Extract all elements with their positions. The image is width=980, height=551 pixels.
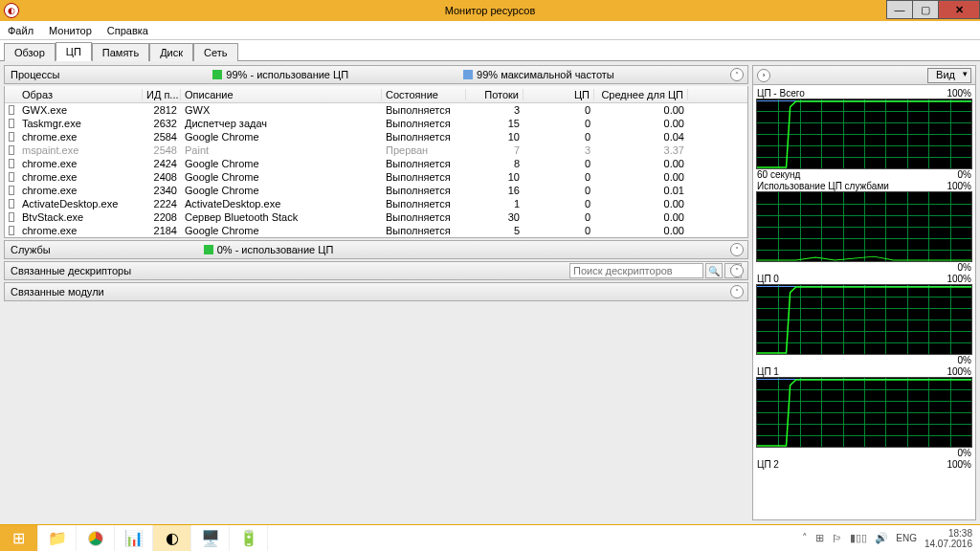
chart-canvas xyxy=(756,99,972,169)
chart-title: ЦП - Всего xyxy=(757,88,805,99)
tray-flag-icon[interactable]: 🏳 xyxy=(832,533,842,544)
tab-memory[interactable]: Память xyxy=(92,43,149,61)
tray-up-icon[interactable]: ˄ xyxy=(802,532,808,544)
chart-title: ЦП 0 xyxy=(757,274,779,284)
col-cpu[interactable]: ЦП xyxy=(523,89,594,100)
col-avg[interactable]: Среднее для ЦП xyxy=(594,89,688,100)
tray-clock[interactable]: 18:38 14.07.2016 xyxy=(924,528,972,549)
chart-max: 100% xyxy=(947,274,971,284)
table-row[interactable]: ActivateDesktop.exe2224ActivateDesktop.e… xyxy=(5,197,747,210)
row-checkbox[interactable] xyxy=(5,186,18,195)
expand-handles-icon[interactable]: ˅ xyxy=(730,264,744,277)
row-checkbox[interactable] xyxy=(5,226,18,235)
row-checkbox[interactable] xyxy=(5,212,18,222)
close-button[interactable]: ✕ xyxy=(938,0,980,19)
tray-date: 14.07.2016 xyxy=(924,539,972,549)
table-row[interactable]: chrome.exe2340Google Chrome Выполняется1… xyxy=(5,184,747,197)
menu-monitor[interactable]: Монитор xyxy=(41,23,100,38)
col-state[interactable]: Состояние xyxy=(382,89,466,100)
processes-table: Образ ИД п... Описание Состояние Потоки … xyxy=(4,86,748,238)
task-explorer[interactable]: 📁 xyxy=(38,525,77,552)
col-pid[interactable]: ИД п... xyxy=(143,89,181,100)
chart-xleft: 60 секунд xyxy=(757,169,800,180)
menu-file[interactable]: Файл xyxy=(0,23,41,38)
collapse-processes-icon[interactable]: ˄ xyxy=(730,68,744,81)
table-row[interactable]: BtvStack.exe2208Сервер Bluetooth Stack В… xyxy=(5,210,747,224)
legend-max-freq: 99% максимальной частоты xyxy=(477,69,614,80)
chart-max: 100% xyxy=(947,181,971,191)
tray-volume-icon[interactable]: 🔊 xyxy=(875,532,888,544)
maximize-button[interactable]: ▢ xyxy=(912,0,939,19)
titlebar: ◐ Монитор ресурсов — ▢ ✕ xyxy=(0,0,980,21)
chart-canvas xyxy=(756,284,972,355)
expand-modules-icon[interactable]: ˅ xyxy=(730,285,744,298)
tab-cpu[interactable]: ЦП xyxy=(56,42,92,61)
legend-services-usage: 0% - использование ЦП xyxy=(217,244,334,255)
table-row[interactable]: chrome.exe2408Google Chrome Выполняется1… xyxy=(5,170,747,184)
task-monitor[interactable]: 📊 xyxy=(115,525,153,552)
row-checkbox[interactable] xyxy=(5,159,18,168)
chart-xright: 0% xyxy=(958,262,971,273)
chart-block: ЦП 2100% xyxy=(756,459,972,470)
chart-block: ЦП 0100% 0% xyxy=(756,274,972,365)
chart-xright: 0% xyxy=(958,355,971,365)
task-app1[interactable]: 🖥️ xyxy=(191,525,230,552)
col-threads[interactable]: Потоки xyxy=(466,89,523,100)
row-checkbox[interactable] xyxy=(5,105,18,115)
table-row[interactable]: Taskmgr.exe2632Диспетчер задач Выполняет… xyxy=(5,117,747,130)
window-title: Монитор ресурсов xyxy=(0,5,980,16)
search-input[interactable] xyxy=(569,263,703,278)
tab-network[interactable]: Сеть xyxy=(193,43,237,61)
col-image[interactable]: Образ xyxy=(18,89,143,100)
row-checkbox[interactable] xyxy=(5,145,18,155)
modules-header[interactable]: Связанные модули ˅ xyxy=(4,282,748,301)
row-checkbox[interactable] xyxy=(5,119,18,128)
col-desc[interactable]: Описание xyxy=(181,89,382,100)
tab-disk[interactable]: Диск xyxy=(149,43,193,61)
chart-title: Использование ЦП службами xyxy=(757,181,889,191)
menu-help[interactable]: Справка xyxy=(100,23,156,38)
menubar: Файл Монитор Справка xyxy=(0,21,980,40)
table-row[interactable]: chrome.exe2184Google Chrome Выполняется5… xyxy=(5,224,747,237)
tray-action-center-icon[interactable]: ⊞ xyxy=(815,532,824,544)
task-resmon[interactable]: ◐ xyxy=(153,525,191,552)
chart-max: 100% xyxy=(947,88,971,99)
handles-header[interactable]: Связанные дескрипторы 🔍 ↻ ˅ xyxy=(4,261,748,280)
table-row[interactable]: chrome.exe2424Google Chrome Выполняется8… xyxy=(5,157,747,170)
services-header[interactable]: Службы 0% - использование ЦП ˅ xyxy=(4,240,748,259)
legend-cpu-usage: 99% - использование ЦП xyxy=(226,69,348,80)
tray-time: 18:38 xyxy=(924,528,972,539)
taskbar: ⊞ 📁 📊 ◐ 🖥️ 🔋 ˄ ⊞ 🏳 ▮▯▯ 🔊 ENG 18:38 14.07… xyxy=(0,524,980,551)
processes-header[interactable]: Процессы 99% - использование ЦП 99% макс… xyxy=(4,65,748,84)
search-icon[interactable]: 🔍 xyxy=(705,263,723,278)
tray-network-icon[interactable]: ▮▯▯ xyxy=(850,532,867,544)
chart-xright: 0% xyxy=(958,169,971,180)
row-checkbox[interactable] xyxy=(5,172,18,182)
chart-xright: 0% xyxy=(958,448,971,458)
chart-block: ЦП - Всего100% 60 секунд0% xyxy=(756,88,972,180)
row-checkbox[interactable] xyxy=(5,199,18,209)
table-header-row: Образ ИД п... Описание Состояние Потоки … xyxy=(5,86,747,103)
services-title: Службы xyxy=(11,244,51,255)
expand-services-icon[interactable]: ˅ xyxy=(730,243,744,256)
charts-panel: › Вид ЦП - Всего100% 60 секунд0% Использ… xyxy=(752,65,976,520)
task-app2[interactable]: 🔋 xyxy=(230,525,268,552)
start-button[interactable]: ⊞ xyxy=(0,525,38,552)
minimize-button[interactable]: — xyxy=(886,0,913,19)
tab-strip: Обзор ЦП Память Диск Сеть xyxy=(0,40,980,61)
table-row[interactable]: mspaint.exe2548Paint Прерван733.37 xyxy=(5,143,747,157)
chart-title: ЦП 1 xyxy=(757,366,779,377)
chart-block: Использование ЦП службами100% 0% xyxy=(756,181,972,273)
view-dropdown[interactable]: Вид xyxy=(927,68,971,83)
tab-overview[interactable]: Обзор xyxy=(4,43,56,61)
task-chrome[interactable] xyxy=(77,525,115,552)
chart-max: 100% xyxy=(947,366,971,377)
row-checkbox[interactable] xyxy=(5,132,18,142)
collapse-charts-icon[interactable]: › xyxy=(757,69,770,82)
table-row[interactable]: chrome.exe2584Google Chrome Выполняется1… xyxy=(5,130,747,143)
chart-canvas xyxy=(756,191,972,262)
chart-title: ЦП 2 xyxy=(757,459,779,470)
table-row[interactable]: GWX.exe2812GWX Выполняется300.00 xyxy=(5,103,747,117)
tray-lang[interactable]: ENG xyxy=(896,533,917,543)
processes-title: Процессы xyxy=(11,69,59,80)
